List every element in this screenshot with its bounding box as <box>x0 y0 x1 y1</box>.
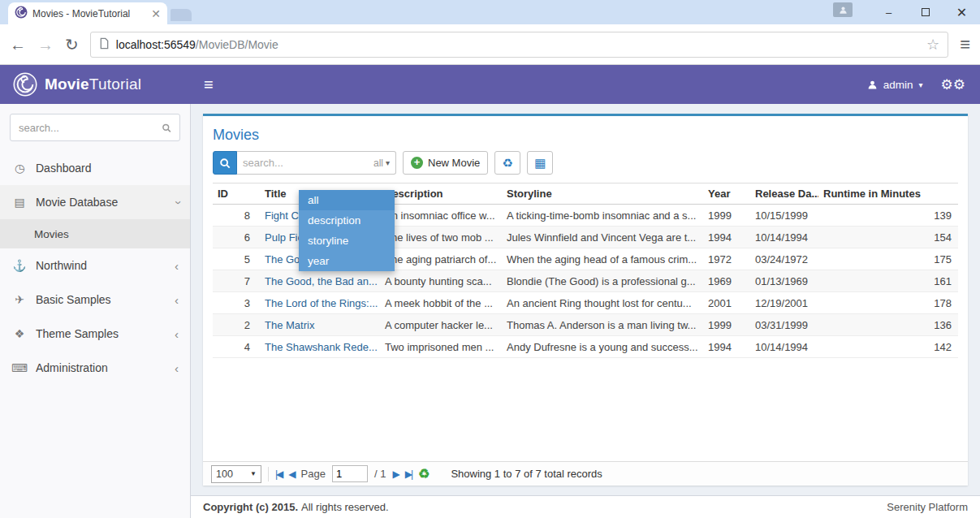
tab-close-icon[interactable]: ✕ <box>151 7 161 20</box>
search-field-select[interactable]: all ▾ <box>373 158 390 169</box>
first-page-button[interactable]: |◀ <box>275 468 282 480</box>
page-title: Movies <box>203 116 968 151</box>
sidebar-item-movie-database[interactable]: ▤ Movie Database ‹ <box>0 185 190 219</box>
chevron-left-icon: ‹ <box>175 293 179 307</box>
caret-down-icon: ▾ <box>386 158 390 167</box>
dropdown-option-description[interactable]: description <box>299 210 395 231</box>
copyright-rest: All rights reserved. <box>301 501 389 513</box>
browser-window: Movies - MovieTutorial ✕ – ✕ ← → ↻ local… <box>0 0 980 518</box>
app-footer: Copyright (c) 2015.All rights reserved. … <box>191 495 980 518</box>
brand-text: MovieTutorial <box>45 76 141 93</box>
column-header-storyline[interactable]: Storyline <box>502 183 703 205</box>
browser-titlebar: Movies - MovieTutorial ✕ – ✕ <box>0 0 980 24</box>
column-header-description[interactable]: Description <box>380 183 502 205</box>
maximize-icon <box>922 8 930 16</box>
movies-panel: Movies all ▾ <box>203 114 968 486</box>
chevron-left-icon: ‹ <box>175 361 179 375</box>
bookmark-star-icon[interactable]: ☆ <box>926 36 939 54</box>
sidebar-item-theme-samples[interactable]: ❖ Theme Samples ‹ <box>0 317 190 351</box>
caret-down-icon: ▾ <box>918 80 922 89</box>
table-row[interactable]: 7 The Good, the Bad an... A bounty hunti… <box>213 270 958 292</box>
column-header-year[interactable]: Year <box>703 183 750 205</box>
brand-light: Tutorial <box>89 76 141 93</box>
page-icon <box>99 37 110 52</box>
url-path: /MovieDB/Movie <box>196 38 278 51</box>
chevron-left-icon: ‹ <box>175 327 179 341</box>
minimize-button[interactable]: – <box>870 0 907 24</box>
sidebar-search[interactable] <box>10 114 180 141</box>
sidebar-item-administration[interactable]: ⌨ Administration ‹ <box>0 351 190 385</box>
browser-addressbar: ← → ↻ localhost:56549/MovieDB/Movie ☆ ≡ <box>0 24 980 65</box>
grid-pager: 100 ▼ |◀ ◀ Page / 1 ▶ ▶| ♻ Showing 1 to … <box>203 461 968 486</box>
include-deleted-button[interactable]: ♻ <box>494 151 520 175</box>
browser-tab[interactable]: Movies - MovieTutorial ✕ <box>8 2 167 24</box>
movie-link[interactable]: The Shawshank Rede... <box>265 341 378 353</box>
sidebar-item-movies[interactable]: Movies <box>0 219 190 248</box>
back-icon[interactable]: ← <box>10 37 26 53</box>
copyright-bold: Copyright (c) 2015. <box>203 501 298 513</box>
url-bar[interactable]: localhost:56549/MovieDB/Movie ☆ <box>90 32 948 58</box>
last-page-button[interactable]: ▶| <box>405 468 412 480</box>
quick-search[interactable]: all ▾ <box>237 151 396 175</box>
sidebar: ◷ Dashboard ▤ Movie Database ‹ Movies ⚓ … <box>0 104 191 518</box>
favicon-icon <box>15 6 28 21</box>
search-field-dropdown: all description storyline year <box>299 190 395 271</box>
brand-logo-icon <box>13 72 37 97</box>
gears-icon[interactable]: ⚙⚙ <box>941 76 965 93</box>
page-input[interactable] <box>332 465 368 482</box>
prev-page-button[interactable]: ◀ <box>288 468 294 480</box>
url-host: localhost:56549 <box>116 38 196 51</box>
profile-icon[interactable] <box>833 2 853 17</box>
column-header-runtime[interactable]: Runtime in Minutes <box>818 183 958 205</box>
page-total: / 1 <box>374 468 386 480</box>
anchor-icon: ⚓ <box>11 259 28 272</box>
url-text: localhost:56549/MovieDB/Movie <box>116 38 920 51</box>
tab-title: Movies - MovieTutorial <box>32 8 146 19</box>
dropdown-option-all[interactable]: all <box>299 190 395 210</box>
new-movie-button[interactable]: + New Movie <box>403 151 488 175</box>
close-button[interactable]: ✕ <box>943 0 980 24</box>
brand[interactable]: MovieTutorial <box>0 72 191 97</box>
database-icon: ▤ <box>11 196 28 209</box>
movie-link[interactable]: The Matrix <box>265 319 314 331</box>
sidebar-item-northwind[interactable]: ⚓ Northwind ‹ <box>0 248 190 283</box>
table-row[interactable]: 2 The Matrix A computer hacker le... Tho… <box>213 314 958 336</box>
dropdown-option-year[interactable]: year <box>299 251 395 271</box>
chevron-down-icon: ‹ <box>170 201 183 205</box>
platform-label: Serenity Platform <box>887 501 968 513</box>
select-arrow-icon: ▼ <box>250 470 257 477</box>
maximize-button[interactable] <box>907 0 943 24</box>
forward-icon[interactable]: → <box>37 37 54 53</box>
recycle-icon: ♻ <box>503 156 513 171</box>
table-row[interactable]: 3 The Lord of the Rings:... A meek hobbi… <box>213 292 958 314</box>
browser-menu-icon[interactable]: ≡ <box>960 34 970 55</box>
user-menu[interactable]: admin ▾ <box>867 79 923 91</box>
theme-icon: ❖ <box>11 327 28 340</box>
new-tab-button[interactable] <box>171 9 192 21</box>
sidebar-menu: ◷ Dashboard ▤ Movie Database ‹ Movies ⚓ … <box>0 151 190 385</box>
quick-search-input[interactable] <box>243 157 370 169</box>
movie-link[interactable]: The Good, the Bad an... <box>265 275 378 287</box>
search-icon <box>162 123 171 133</box>
next-page-button[interactable]: ▶ <box>392 468 398 480</box>
table-row[interactable]: 4 The Shawshank Rede... Two imprisoned m… <box>213 336 958 358</box>
sidebar-item-basic-samples[interactable]: ✈ Basic Samples ‹ <box>0 283 190 317</box>
sidebar-toggle-icon[interactable]: ≡ <box>191 76 227 94</box>
dropdown-option-storyline[interactable]: storyline <box>299 231 395 251</box>
sidebar-item-dashboard[interactable]: ◷ Dashboard <box>0 151 190 185</box>
content-area: Movies all ▾ <box>191 104 980 495</box>
column-header-id[interactable]: ID <box>213 183 260 205</box>
chevron-left-icon: ‹ <box>175 259 179 273</box>
page-size-select[interactable]: 100 ▼ <box>211 465 261 483</box>
movie-link[interactable]: The Lord of the Rings:... <box>265 297 378 309</box>
pager-refresh-icon[interactable]: ♻ <box>418 466 430 481</box>
page-label: Page <box>301 468 326 480</box>
column-header-release[interactable]: Release Da... <box>750 183 818 205</box>
app-navbar: MovieTutorial ≡ admin ▾ ⚙⚙ <box>0 65 980 104</box>
brand-bold: Movie <box>45 76 89 93</box>
search-icon <box>219 158 231 169</box>
column-picker-button[interactable]: ▦ <box>527 151 553 175</box>
refresh-icon[interactable]: ↻ <box>65 37 79 53</box>
search-button[interactable] <box>213 151 237 175</box>
sidebar-search-input[interactable] <box>19 122 162 134</box>
